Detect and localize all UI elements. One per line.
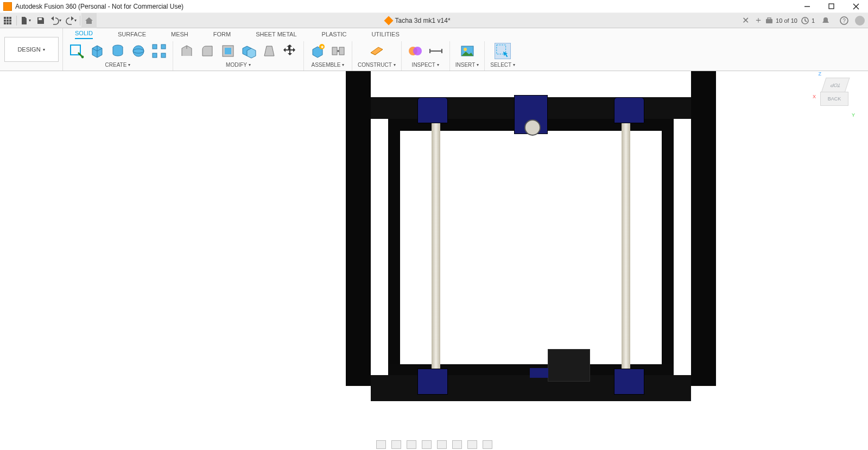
file-menu-button[interactable]: ▾ [18, 13, 33, 28]
job-count: 1 [812, 17, 815, 24]
axis-y-icon: Y [852, 112, 855, 118]
create-box-button[interactable] [89, 43, 105, 59]
svg-point-21 [133, 46, 144, 56]
fit-button[interactable] [437, 440, 447, 449]
svg-rect-25 [153, 53, 157, 58]
svg-text:★: ★ [320, 45, 324, 49]
press-pull-button[interactable] [179, 43, 195, 59]
viewcube-top-face[interactable]: TOP [821, 78, 850, 93]
bell-icon [821, 16, 830, 25]
viewports-button[interactable] [483, 440, 492, 449]
create-pattern-button[interactable] [151, 43, 167, 59]
model [346, 71, 716, 424]
axis-z-icon: Z [819, 71, 822, 77]
svg-rect-14 [766, 19, 772, 23]
undo-button[interactable]: ▾ [48, 13, 64, 28]
panel-inspect-label[interactable]: INSPECT▾ [412, 62, 439, 68]
tab-close-button[interactable]: ✕ [739, 14, 752, 27]
axis-x-icon: X [813, 94, 816, 99]
tab-plastic[interactable]: PLASTIC [322, 31, 347, 39]
data-panel-button[interactable] [0, 13, 15, 28]
svg-rect-24 [161, 45, 166, 49]
panel-assemble-label[interactable]: ASSEMBLE▾ [312, 62, 345, 68]
look-at-button[interactable] [391, 440, 401, 449]
tab-add-button[interactable]: ＋ [752, 14, 765, 27]
panel-modify: MODIFY▾ [173, 41, 304, 71]
svg-rect-31 [332, 47, 337, 55]
tab-solid[interactable]: SOLID [75, 30, 93, 39]
viewport[interactable]: TOP BACK Z X Y [0, 71, 868, 450]
home-button[interactable] [81, 13, 97, 28]
avatar-icon [855, 16, 865, 26]
document-tab[interactable]: Tacha 3d mk1 v14* [97, 17, 739, 24]
view-cube[interactable]: TOP BACK [819, 78, 851, 116]
panel-modify-label[interactable]: MODIFY▾ [226, 62, 251, 68]
ribbon-panels: CREATE▾ MODIFY▾ ★ [63, 39, 868, 71]
redo-button[interactable]: ▾ [64, 13, 79, 28]
minimize-icon [804, 3, 810, 10]
tab-surface[interactable]: SURFACE [118, 31, 146, 39]
help-button[interactable]: ? [837, 13, 852, 28]
grid-settings-button[interactable] [467, 440, 477, 449]
move-button[interactable] [282, 43, 298, 59]
account-button[interactable] [855, 16, 865, 26]
panel-select-label[interactable]: SELECT▾ [490, 62, 515, 68]
help-icon: ? [840, 16, 848, 25]
svg-text:?: ? [842, 18, 846, 24]
svg-rect-12 [9, 22, 11, 24]
svg-rect-7 [4, 20, 6, 22]
panel-insert: INSERT▾ [450, 41, 485, 71]
svg-rect-23 [153, 45, 157, 49]
workspace-button[interactable]: DESIGN▾ [4, 37, 59, 62]
recovery-save-indicator[interactable]: 10 of 10 [765, 16, 797, 25]
window-maximize-button[interactable] [819, 0, 844, 13]
new-component-button[interactable]: ★ [309, 43, 326, 59]
viewcube-back-face[interactable]: BACK [820, 92, 848, 106]
measure-button[interactable] [428, 43, 444, 59]
window-minimize-button[interactable] [795, 0, 819, 13]
construct-plane-button[interactable] [369, 43, 385, 59]
joint-button[interactable] [330, 43, 346, 59]
workspace-label: DESIGN [17, 46, 40, 53]
tab-mesh[interactable]: MESH [171, 31, 188, 39]
extension-icon [765, 16, 774, 25]
svg-point-37 [464, 48, 467, 51]
notifications-button[interactable] [818, 13, 833, 28]
zoom-button[interactable] [422, 440, 432, 449]
close-icon [853, 3, 859, 10]
interference-button[interactable] [407, 43, 423, 59]
create-cylinder-button[interactable] [110, 43, 126, 59]
save-count: 10 of 10 [776, 17, 797, 24]
navigation-toolbar [376, 439, 492, 450]
orbit-button[interactable] [376, 440, 386, 449]
tab-utilities[interactable]: UTILITIES [371, 31, 399, 39]
svg-rect-5 [7, 17, 9, 19]
fillet-button[interactable] [199, 43, 216, 59]
window-close-button[interactable] [844, 0, 868, 13]
tab-form[interactable]: FORM [213, 31, 231, 39]
window-titlebar: Autodesk Fusion 360 (Personal - Not for … [0, 0, 868, 13]
combine-button[interactable] [240, 43, 257, 59]
document-name: Tacha 3d mk1 v14* [395, 17, 451, 24]
svg-rect-6 [9, 17, 11, 19]
svg-rect-1 [829, 4, 834, 9]
draft-button[interactable] [261, 43, 277, 59]
save-button[interactable] [33, 13, 48, 28]
create-sketch-button[interactable] [68, 43, 85, 59]
pan-button[interactable] [407, 440, 416, 449]
select-tool-button[interactable] [495, 43, 511, 59]
tab-sheet-metal[interactable]: SHEET METAL [256, 31, 296, 39]
grid-icon [3, 16, 12, 25]
job-status-indicator[interactable]: 1 [801, 16, 815, 25]
panel-insert-label[interactable]: INSERT▾ [455, 62, 479, 68]
create-sphere-button[interactable] [130, 43, 147, 59]
clock-icon [801, 16, 809, 25]
panel-construct-label[interactable]: CONSTRUCT▾ [358, 62, 396, 68]
svg-rect-28 [225, 48, 231, 54]
svg-rect-11 [7, 22, 9, 24]
display-settings-button[interactable] [452, 440, 462, 449]
insert-decal-button[interactable] [459, 43, 476, 59]
panel-create-label[interactable]: CREATE▾ [105, 62, 131, 68]
shell-button[interactable] [220, 43, 236, 59]
svg-rect-32 [339, 47, 344, 55]
